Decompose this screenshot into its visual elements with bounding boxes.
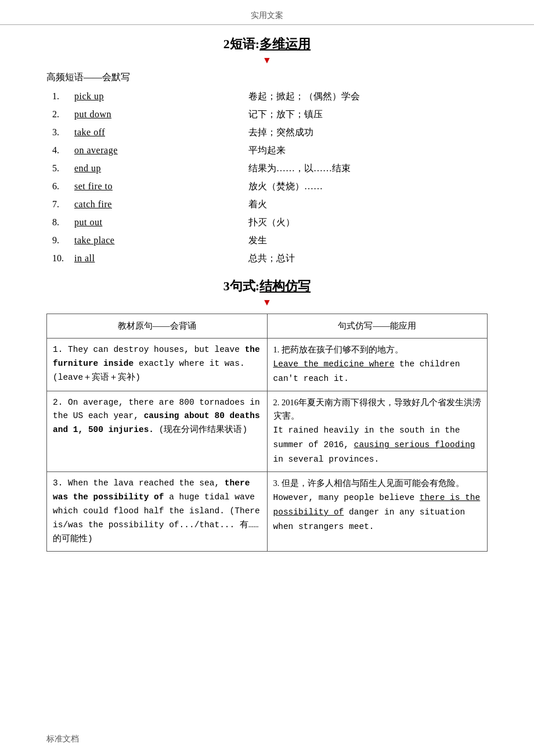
list-item: 3. take off 去掉；突然成功 <box>52 127 488 139</box>
phrase-num: 7. <box>52 199 74 210</box>
section2-arrow: ▼ <box>46 55 488 66</box>
footer-label: 标准文档 <box>46 735 79 743</box>
section3-arrow: ▼ <box>46 297 488 308</box>
section3-num: 3 <box>223 279 230 293</box>
phrase-en: catch fire <box>74 199 202 210</box>
list-item: 8. put out 扑灭（火） <box>52 217 488 229</box>
list-item: 2. put down 记下；放下；镇压 <box>52 109 488 121</box>
phrase-cn: 平均起来 <box>248 145 286 157</box>
table-cell-col2-row3: 3. 但是，许多人相信与陌生人见面可能会有危险。 However, many p… <box>267 472 488 552</box>
list-item: 1. pick up 卷起；掀起；（偶然）学会 <box>52 91 488 103</box>
phrase-cn: 结果为……，以……结束 <box>248 163 351 175</box>
phrase-en: put down <box>74 109 202 120</box>
phrase-en: end up <box>74 163 202 174</box>
section2-underline: 多维运用 <box>259 37 311 51</box>
table-cell-col2-row1: 1. 把药放在孩子们够不到的地方。 Leave the medicine whe… <box>267 338 488 391</box>
section2-num: 2 <box>223 37 230 51</box>
phrase-list: 1. pick up 卷起；掀起；（偶然）学会 2. put down 记下；放… <box>52 91 488 265</box>
list-item: 6. set fire to 放火（焚烧）…… <box>52 181 488 193</box>
phrase-cn: 去掉；突然成功 <box>248 127 313 139</box>
phrase-num: 6. <box>52 181 74 192</box>
phrase-num: 10. <box>52 253 74 264</box>
table-row: 1. They can destroy houses, but leave th… <box>47 338 488 391</box>
section3-underline: 结构仿写 <box>259 279 311 293</box>
list-item: 4. on average 平均起来 <box>52 145 488 157</box>
section2-title: 2短语:多维运用 <box>46 35 488 53</box>
phrase-cn: 发生 <box>248 235 267 247</box>
phrase-num: 2. <box>52 109 74 120</box>
phrase-en: on average <box>74 145 202 156</box>
table-col1-header: 教材原句——会背诵 <box>47 314 268 339</box>
table-col2-header: 句式仿写——能应用 <box>267 314 488 339</box>
table-row: 3. When the lava reached the sea, there … <box>47 472 488 552</box>
phrase-cn: 放火（焚烧）…… <box>248 181 323 193</box>
list-item: 7. catch fire 着火 <box>52 199 488 211</box>
list-item: 10. in all 总共；总计 <box>52 253 488 265</box>
phrase-num: 4. <box>52 145 74 156</box>
phrase-en: take place <box>74 235 202 246</box>
phrase-en: in all <box>74 253 202 264</box>
section2-bold: 短语 <box>230 37 255 51</box>
phrase-en: put out <box>74 217 202 228</box>
content-area: 2短语:多维运用 ▼ 高频短语——会默写 1. pick up 卷起；掀起；（偶… <box>0 35 534 552</box>
list-item: 5. end up 结果为……，以……结束 <box>52 163 488 175</box>
page-footer: 标准文档 <box>46 734 79 744</box>
phrase-cn: 着火 <box>248 199 267 211</box>
list-item: 9. take place 发生 <box>52 235 488 247</box>
section3-title: 3句式:结构仿写 <box>46 278 488 295</box>
table-cell-col2-row2: 2. 2016年夏天南方雨下得很大，导致好几个省发生洪涝灾害。 It raine… <box>267 391 488 472</box>
phrase-cn: 总共；总计 <box>248 253 295 265</box>
phrase-en: pick up <box>74 91 202 102</box>
phrase-en: set fire to <box>74 181 202 192</box>
phrase-cn: 扑灭（火） <box>248 217 295 229</box>
phrase-en: take off <box>74 127 202 138</box>
header-title: 实用文案 <box>251 11 283 20</box>
table-cell-col1-row3: 3. When the lava reached the sea, there … <box>47 472 268 552</box>
phrase-num: 5. <box>52 163 74 174</box>
table-cell-col1-row2: 2. On average, there are 800 tornadoes i… <box>47 391 268 472</box>
phrase-cn: 记下；放下；镇压 <box>248 109 323 121</box>
section3-bold: 句式 <box>230 279 255 293</box>
phrase-num: 1. <box>52 91 74 102</box>
phrases-intro: 高频短语——会默写 <box>46 71 488 84</box>
phrase-num: 3. <box>52 127 74 138</box>
page-header: 实用文案 <box>0 0 534 25</box>
table-cell-col1-row1: 1. They can destroy houses, but leave th… <box>47 338 268 391</box>
sentence-table: 教材原句——会背诵 句式仿写——能应用 1. They can destroy … <box>46 314 488 552</box>
phrase-num: 9. <box>52 235 74 246</box>
table-row: 2. On average, there are 800 tornadoes i… <box>47 391 488 472</box>
phrase-cn: 卷起；掀起；（偶然）学会 <box>248 91 360 103</box>
phrase-num: 8. <box>52 217 74 228</box>
